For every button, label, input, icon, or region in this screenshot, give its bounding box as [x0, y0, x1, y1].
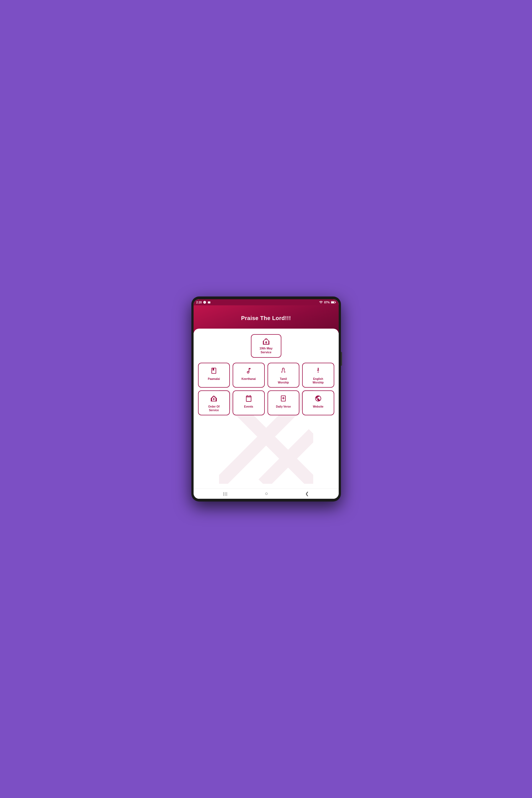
order-of-service-button[interactable]: Order OfService — [198, 390, 230, 415]
service-button[interactable]: 19th MayService — [251, 334, 281, 358]
side-button — [341, 352, 342, 366]
tablet-frame: 2:20 ! 87% Praise The Lord!!! — [191, 296, 341, 502]
tamil-worship-label: TamilWorship — [278, 377, 289, 384]
svg-rect-6 — [335, 302, 336, 303]
globe-icon — [315, 395, 322, 402]
events-label: Events — [244, 405, 253, 408]
praying-person-icon — [315, 367, 322, 374]
praying-hands-icon — [280, 367, 287, 374]
battery-display: 87% — [324, 301, 329, 304]
svg-rect-5 — [331, 301, 334, 303]
tablet-screen: 2:20 ! 87% Praise The Lord!!! — [194, 299, 339, 499]
paamalai-button[interactable]: Paamalai — [198, 363, 230, 388]
tamil-worship-button[interactable]: TamilWorship — [267, 363, 300, 388]
recents-button[interactable]: ||| — [223, 491, 228, 496]
website-button[interactable]: Website — [302, 390, 334, 415]
paamalai-label: Paamalai — [208, 377, 220, 381]
english-worship-icon — [315, 367, 322, 375]
back-button[interactable]: ❮ — [305, 491, 309, 496]
daily-verse-icon — [280, 395, 287, 403]
daily-verse-label: Daily Verse — [276, 405, 291, 408]
status-bar: 2:20 ! 87% — [194, 299, 339, 305]
wifi-icon — [319, 300, 323, 304]
book-icon — [210, 367, 217, 374]
tamil-worship-icon — [280, 367, 287, 375]
events-icon — [245, 395, 252, 403]
time-display: 2:20 — [196, 301, 202, 304]
menu-grid: Paamalai Keerthanai — [198, 363, 334, 415]
header-title: Praise The Lord!!! — [241, 315, 291, 321]
service-button-label: 19th MayService — [260, 346, 272, 354]
alert-icon: ! — [203, 301, 206, 304]
website-label: Website — [313, 405, 323, 408]
svg-line-10 — [263, 434, 313, 484]
english-worship-button[interactable]: EnglishWorship — [302, 363, 334, 388]
home-button[interactable]: ○ — [265, 491, 268, 497]
main-content: 19th MayService Paamalai — [194, 329, 339, 488]
events-button[interactable]: Events — [233, 390, 265, 415]
keerthanai-button[interactable]: Keerthanai — [233, 363, 265, 388]
svg-point-3 — [209, 302, 210, 303]
svg-text:!: ! — [204, 301, 205, 303]
service-church-icon — [262, 337, 270, 345]
cross-book-icon — [280, 395, 287, 402]
keerthanai-label: Keerthanai — [242, 377, 256, 381]
status-right: 87% — [319, 300, 336, 304]
church-icon — [210, 395, 217, 402]
calendar-icon — [245, 395, 252, 402]
daily-verse-button[interactable]: Daily Verse — [267, 390, 300, 415]
keerthanai-icon — [245, 367, 252, 375]
music-note-icon — [245, 367, 252, 374]
website-icon — [315, 395, 322, 403]
order-of-service-label: Order OfService — [208, 405, 220, 412]
order-of-service-icon — [210, 395, 217, 403]
battery-icon — [331, 301, 336, 304]
status-left: 2:20 ! — [196, 301, 211, 304]
camera-icon — [207, 301, 211, 304]
paamalai-icon — [210, 367, 217, 375]
english-worship-label: EnglishWorship — [313, 377, 324, 384]
svg-line-9 — [263, 434, 313, 484]
bottom-nav: ||| ○ ❮ — [194, 488, 339, 499]
